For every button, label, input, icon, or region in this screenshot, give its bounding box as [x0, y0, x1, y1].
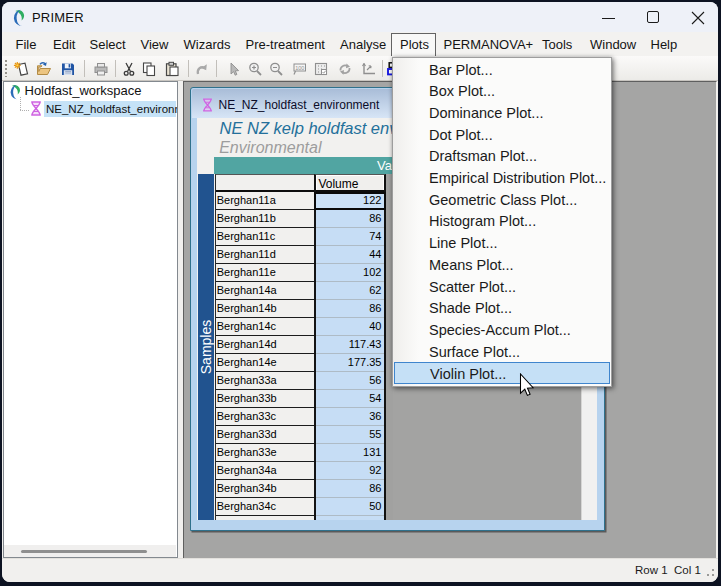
svg-text:100: 100 — [295, 65, 304, 71]
